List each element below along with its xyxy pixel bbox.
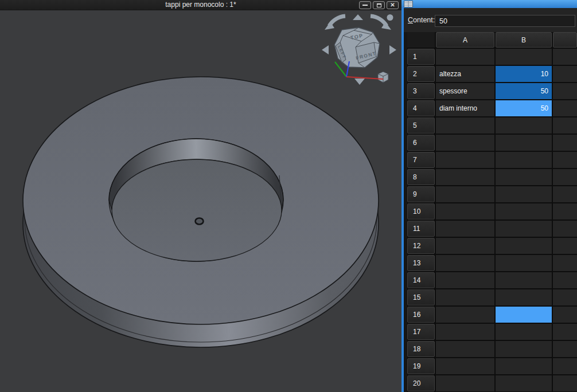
cell-B1[interactable] xyxy=(496,49,552,65)
cell-B15[interactable] xyxy=(496,289,552,305)
row-header-7[interactable]: 7 xyxy=(407,152,435,168)
spreadsheet-grid[interactable]: A B 12altezza103spessore504diam interno5… xyxy=(407,32,577,392)
cell-B8[interactable] xyxy=(496,169,552,185)
washer-model[interactable] xyxy=(23,77,379,347)
cell-B9[interactable] xyxy=(496,186,552,202)
cell-A14[interactable] xyxy=(436,272,494,288)
cell-C12[interactable] xyxy=(553,238,577,254)
row-header-16[interactable]: 16 xyxy=(407,307,435,323)
cell-B16[interactable] xyxy=(496,307,552,323)
cell-C8[interactable] xyxy=(553,169,577,185)
pan-right-arrow[interactable] xyxy=(389,45,396,54)
minimize-button[interactable] xyxy=(359,1,371,9)
cell-B13[interactable] xyxy=(496,255,552,271)
cell-A16[interactable] xyxy=(436,307,494,323)
row-header-20[interactable]: 20 xyxy=(407,375,435,391)
cell-A6[interactable] xyxy=(436,135,494,151)
pan-down-arrow[interactable] xyxy=(354,79,365,85)
cell-B20[interactable] xyxy=(496,375,552,391)
row-header-12[interactable]: 12 xyxy=(407,238,435,254)
cell-B6[interactable] xyxy=(496,135,552,151)
cell-B18[interactable] xyxy=(496,341,552,357)
cell-C13[interactable] xyxy=(553,255,577,271)
cell-C16[interactable] xyxy=(553,307,577,323)
row-header-4[interactable]: 4 xyxy=(407,100,435,116)
column-header-a[interactable]: A xyxy=(436,32,494,48)
row-header-3[interactable]: 3 xyxy=(407,83,435,99)
row-header-18[interactable]: 18 xyxy=(407,341,435,357)
cell-A4[interactable]: diam interno xyxy=(436,100,494,116)
row-header-15[interactable]: 15 xyxy=(407,289,435,305)
view-cube-widget[interactable]: TOP FRONT LEFT xyxy=(322,14,396,85)
cell-C20[interactable] xyxy=(553,375,577,391)
row-header-14[interactable]: 14 xyxy=(407,272,435,288)
cell-A18[interactable] xyxy=(436,341,494,357)
cell-A5[interactable] xyxy=(436,117,494,134)
column-header-b[interactable]: B xyxy=(496,32,552,48)
cell-C5[interactable] xyxy=(553,117,577,134)
cell-B7[interactable] xyxy=(496,152,552,168)
cell-A13[interactable] xyxy=(436,255,494,271)
cell-B4[interactable]: 50 xyxy=(496,100,552,116)
cell-A10[interactable] xyxy=(436,203,494,219)
cell-B17[interactable] xyxy=(496,324,552,340)
select-all-corner[interactable] xyxy=(407,32,435,48)
cell-A11[interactable] xyxy=(436,221,494,237)
cell-C11[interactable] xyxy=(553,221,577,237)
close-button[interactable]: ✕ xyxy=(387,1,399,9)
cell-C4[interactable] xyxy=(553,100,577,116)
viewport-3d[interactable]: TOP FRONT LEFT xyxy=(0,10,401,392)
row-header-8[interactable]: 8 xyxy=(407,169,435,185)
cell-B19[interactable] xyxy=(496,358,552,374)
cell-A1[interactable] xyxy=(436,49,494,65)
cell-A20[interactable] xyxy=(436,375,494,391)
row-header-11[interactable]: 11 xyxy=(407,221,435,237)
row-header-9[interactable]: 9 xyxy=(407,186,435,202)
panel-titlebar[interactable] xyxy=(401,0,577,8)
counterbore-floor[interactable] xyxy=(112,159,282,261)
cell-C7[interactable] xyxy=(553,152,577,168)
row-header-6[interactable]: 6 xyxy=(407,135,435,151)
cell-B12[interactable] xyxy=(496,238,552,254)
cell-A12[interactable] xyxy=(436,238,494,254)
column-header-c[interactable] xyxy=(553,32,577,48)
content-input[interactable] xyxy=(435,15,575,27)
cell-A9[interactable] xyxy=(436,186,494,202)
row-header-2[interactable]: 2 xyxy=(407,66,435,82)
cell-B10[interactable] xyxy=(496,203,552,219)
cell-B5[interactable] xyxy=(496,117,552,134)
cell-C10[interactable] xyxy=(553,203,577,219)
cell-C17[interactable] xyxy=(553,324,577,340)
pan-up-arrow[interactable] xyxy=(353,14,363,20)
cell-A8[interactable] xyxy=(436,169,494,185)
cell-B14[interactable] xyxy=(496,272,552,288)
cell-B2[interactable]: 10 xyxy=(496,66,552,82)
cell-C3[interactable] xyxy=(553,83,577,99)
view-sphere-button[interactable] xyxy=(387,14,393,21)
cell-C19[interactable] xyxy=(553,358,577,374)
cell-C9[interactable] xyxy=(553,186,577,202)
cell-A2[interactable]: altezza xyxy=(436,66,494,82)
row-header-10[interactable]: 10 xyxy=(407,203,435,219)
cell-A3[interactable]: spessore xyxy=(436,83,494,99)
center-hole[interactable] xyxy=(196,218,204,225)
cell-C18[interactable] xyxy=(553,341,577,357)
row-header-1[interactable]: 1 xyxy=(407,49,435,65)
cell-C15[interactable] xyxy=(553,289,577,305)
cell-A15[interactable] xyxy=(436,289,494,305)
window-titlebar[interactable]: tappi per monocolo : 1* ✕ xyxy=(0,0,401,10)
cell-C1[interactable] xyxy=(553,49,577,65)
cell-A17[interactable] xyxy=(436,324,494,340)
row-header-13[interactable]: 13 xyxy=(407,255,435,271)
row-header-5[interactable]: 5 xyxy=(407,117,435,134)
cell-B3[interactable]: 50 xyxy=(496,83,552,99)
cell-A7[interactable] xyxy=(436,152,494,168)
cell-A19[interactable] xyxy=(436,358,494,374)
row-header-17[interactable]: 17 xyxy=(407,324,435,340)
pan-left-arrow[interactable] xyxy=(322,45,329,54)
cell-B11[interactable] xyxy=(496,221,552,237)
cell-C6[interactable] xyxy=(553,135,577,151)
row-header-19[interactable]: 19 xyxy=(407,358,435,374)
cell-C14[interactable] xyxy=(553,272,577,288)
cell-C2[interactable] xyxy=(553,66,577,82)
